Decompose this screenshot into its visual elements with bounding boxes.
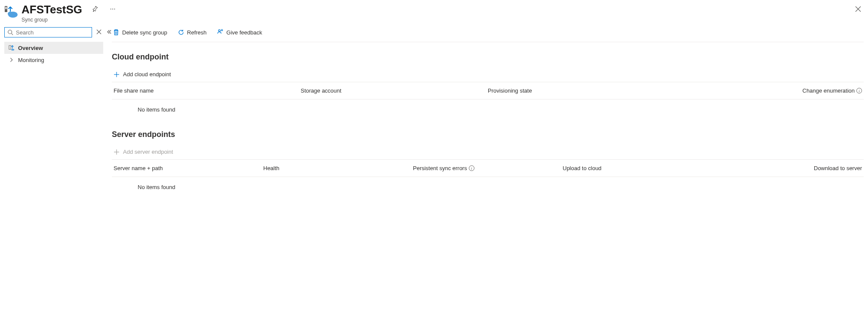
search-clear-button[interactable] — [95, 28, 102, 37]
col-change-enumeration: Change enumeration i — [675, 87, 862, 94]
add-server-endpoint-button: Add server endpoint — [112, 145, 864, 160]
svg-point-10 — [8, 30, 12, 34]
svg-point-15 — [11, 49, 14, 50]
give-feedback-button[interactable]: Give feedback — [216, 27, 263, 37]
svg-rect-2 — [5, 8, 7, 9]
close-button[interactable] — [853, 3, 864, 16]
plus-icon — [114, 149, 120, 155]
svg-point-5 — [111, 9, 111, 9]
page-header: AFSTestSG Sync group — [4, 3, 864, 23]
col-file-share: File share name — [114, 87, 301, 94]
plus-icon — [114, 71, 120, 78]
search-icon — [7, 29, 13, 35]
server-table-header: Server name + path Health Persistent syn… — [112, 160, 864, 177]
add-cloud-endpoint-button[interactable]: Add cloud endpoint — [112, 68, 864, 82]
page-subtitle: Sync group — [22, 17, 118, 23]
chevron-right-icon — [9, 57, 15, 63]
col-download: Download to server — [712, 165, 862, 171]
sidebar-item-label: Monitoring — [18, 57, 44, 63]
col-provisioning: Provisioning state — [488, 87, 675, 94]
server-empty-message: No items found — [112, 177, 864, 190]
cloud-endpoint-section: Cloud endpoint Add cloud endpoint File s… — [112, 53, 864, 113]
svg-point-6 — [112, 9, 113, 9]
cloud-empty-message: No items found — [112, 99, 864, 113]
svg-rect-14 — [9, 46, 11, 50]
main-content: Delete sync group Refresh Give feedback — [112, 27, 864, 208]
svg-point-16 — [219, 30, 220, 31]
search-box[interactable] — [4, 27, 92, 37]
col-persistent-errors: Persistent sync errors i — [413, 165, 563, 171]
col-health: Health — [263, 165, 413, 171]
more-button[interactable] — [107, 3, 118, 16]
page-title: AFSTestSG — [22, 3, 82, 16]
overview-icon — [9, 45, 15, 51]
refresh-button[interactable]: Refresh — [177, 27, 208, 37]
toolbar: Delete sync group Refresh Give feedback — [112, 27, 864, 42]
sidebar: Overview Monitoring — [4, 27, 103, 208]
refresh-icon — [178, 29, 185, 36]
svg-rect-1 — [5, 7, 7, 8]
col-server-name-path: Server name + path — [114, 165, 263, 171]
cloud-table-header: File share name Storage account Provisio… — [112, 82, 864, 99]
pin-button[interactable] — [89, 3, 100, 16]
sync-group-icon — [4, 5, 18, 19]
delete-icon — [113, 29, 120, 36]
info-icon[interactable]: i — [469, 165, 474, 171]
col-upload: Upload to cloud — [563, 165, 712, 171]
sidebar-item-monitoring[interactable]: Monitoring — [4, 54, 103, 66]
search-input[interactable] — [15, 29, 89, 36]
feedback-icon — [217, 29, 224, 36]
server-endpoints-title: Server endpoints — [112, 130, 864, 139]
info-icon[interactable]: i — [856, 88, 862, 93]
sidebar-item-overview[interactable]: Overview — [4, 42, 103, 54]
server-endpoints-section: Server endpoints Add server endpoint Ser… — [112, 130, 864, 190]
svg-point-7 — [114, 9, 115, 9]
delete-sync-group-button[interactable]: Delete sync group — [112, 27, 168, 37]
cloud-endpoint-title: Cloud endpoint — [112, 53, 864, 62]
sidebar-item-label: Overview — [18, 45, 43, 51]
svg-line-11 — [12, 34, 13, 35]
col-storage-account: Storage account — [301, 87, 488, 94]
svg-point-4 — [8, 12, 13, 16]
